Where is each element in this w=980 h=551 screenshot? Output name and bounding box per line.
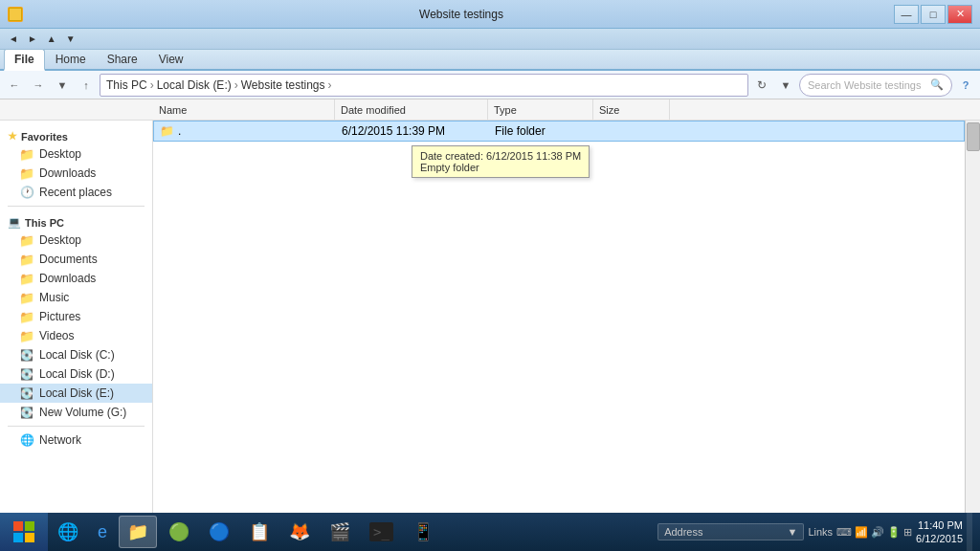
quick-access-toolbar: ◄ ► ▲ ▼ <box>0 29 980 50</box>
sidebar-item-pictures[interactable]: 📁 Pictures <box>0 307 152 326</box>
folder-icon: 📁 <box>19 271 34 286</box>
table-row[interactable]: 📁 . 6/12/2015 11:39 PM File folder <box>153 121 965 142</box>
tray-keyboard-icon[interactable]: ⌨ <box>836 526 852 539</box>
tab-home[interactable]: Home <box>45 49 97 69</box>
qa-forward-button[interactable]: ► <box>25 33 40 45</box>
address-bar[interactable]: This PC › Local Disk (E:) › Website test… <box>100 74 748 97</box>
column-headers: Name Date modified Type Size <box>0 99 980 121</box>
taskbar-links[interactable]: Links <box>808 526 833 538</box>
taskbar-phone[interactable]: 📱 <box>405 516 441 548</box>
sidebar-item-desktop[interactable]: 📁 Desktop <box>0 231 152 250</box>
taskbar-address-bar[interactable]: Address ▼ <box>657 523 804 540</box>
help-button[interactable]: ? <box>955 75 976 96</box>
tooltip: Date created: 6/12/2015 11:38 PM Empty f… <box>412 145 590 178</box>
separator2: › <box>234 78 238 92</box>
breadcrumb-thispc[interactable]: This PC <box>106 78 147 92</box>
show-desktop-button[interactable] <box>967 513 972 551</box>
separator3: › <box>328 78 332 92</box>
folder-icon: 📁 <box>19 309 34 324</box>
breadcrumb-localdisk[interactable]: Local Disk (E:) <box>157 78 232 92</box>
taskbar-firefox[interactable]: 🦊 <box>281 516 318 548</box>
taskbar-edge[interactable]: e <box>90 516 115 548</box>
taskbar-address-input[interactable] <box>706 526 783 538</box>
sidebar-item-recent-places[interactable]: 🕐 Recent places <box>0 183 152 202</box>
content-wrapper: Name Date modified Type Size ★ Favorites… <box>0 99 980 513</box>
minimize-button[interactable]: — <box>894 5 919 24</box>
tab-share[interactable]: Share <box>97 49 148 69</box>
content-area[interactable]: 📁 . 6/12/2015 11:39 PM File folder Date … <box>153 121 965 513</box>
tray-time-display: 11:40 PM <box>916 518 963 532</box>
sidebar-item-documents[interactable]: 📁 Documents <box>0 250 152 269</box>
tab-file[interactable]: File <box>4 49 45 71</box>
address-bar-row: ← → ▼ ↑ This PC › Local Disk (E:) › Webs… <box>0 71 980 99</box>
taskbar-app2[interactable]: 🔵 <box>201 516 237 548</box>
start-button[interactable] <box>0 513 48 551</box>
back-button[interactable]: ← <box>4 75 25 96</box>
taskbar-app1[interactable]: 🟢 <box>161 516 197 548</box>
sidebar-item-favorites-desktop[interactable]: 📁 Desktop <box>0 144 152 164</box>
taskbar-app3[interactable]: 📋 <box>241 516 278 548</box>
taskbar-terminal[interactable]: >_ <box>362 516 401 548</box>
tray-icons: ⌨ 📶 🔊 🔋 ⊞ <box>836 526 912 539</box>
folder-icon: 📁 <box>19 146 34 162</box>
qa-up-button[interactable]: ▲ <box>44 33 59 45</box>
app-icon <box>8 7 23 22</box>
taskbar-media[interactable]: 🎬 <box>322 516 358 548</box>
sidebar-item-drive-g[interactable]: 💽 New Volume (G:) <box>0 403 152 422</box>
qa-menu-button[interactable]: ▼ <box>63 33 78 45</box>
tooltip-line2: Empty folder <box>420 162 581 173</box>
svg-rect-5 <box>13 521 23 531</box>
forward-button[interactable]: → <box>28 75 49 96</box>
tray-windows-icon[interactable]: ⊞ <box>903 526 912 539</box>
tray-clock[interactable]: 11:40 PM 6/12/2015 <box>916 518 963 546</box>
drive-icon: 💽 <box>19 405 34 420</box>
svg-rect-8 <box>25 533 34 542</box>
folder-icon: 📁 <box>19 252 34 267</box>
search-box[interactable]: Search Website testings 🔍 <box>799 74 952 97</box>
this-pc-header: 💻 This PC <box>0 210 152 231</box>
up-button[interactable]: ↑ <box>76 75 97 96</box>
breadcrumb-current[interactable]: Website testings <box>241 78 325 92</box>
col-header-type[interactable]: Type <box>488 99 593 120</box>
col-header-name[interactable]: Name <box>153 99 335 120</box>
dropdown-button[interactable]: ▼ <box>775 75 796 96</box>
svg-rect-4 <box>15 14 21 20</box>
star-icon: ★ <box>8 130 17 143</box>
svg-rect-7 <box>13 533 23 542</box>
tray-date-display: 6/12/2015 <box>916 532 963 545</box>
folder-icon: 📁 <box>19 232 34 248</box>
separator1: › <box>150 78 154 92</box>
sidebar-separator2 <box>8 426 145 427</box>
col-header-date[interactable]: Date modified <box>335 99 488 120</box>
sidebar-item-downloads[interactable]: 📁 Downloads <box>0 269 152 288</box>
close-button[interactable]: ✕ <box>947 5 972 24</box>
sidebar-item-videos[interactable]: 📁 Videos <box>0 326 152 345</box>
sidebar-item-music[interactable]: 📁 Music <box>0 288 152 307</box>
folder-icon: 📁 <box>19 328 34 343</box>
taskbar-address-dropdown[interactable]: ▼ <box>787 526 797 538</box>
col-header-size[interactable]: Size <box>593 99 670 120</box>
file-date-cell: 6/12/2015 11:39 PM <box>342 124 495 138</box>
sidebar-item-network[interactable]: 🌐 Network <box>0 430 152 450</box>
refresh-button[interactable]: ↻ <box>751 75 772 96</box>
tab-view[interactable]: View <box>148 49 194 69</box>
taskbar-ie[interactable]: 🌐 <box>50 516 86 548</box>
recent-locations-button[interactable]: ▼ <box>52 75 73 96</box>
tray-network-icon[interactable]: 📶 <box>855 526 868 539</box>
tray-battery-icon[interactable]: 🔋 <box>887 526 901 539</box>
qa-back-button[interactable]: ◄ <box>6 33 21 45</box>
maximize-button[interactable]: □ <box>921 5 946 24</box>
main-layout: ★ Favorites 📁 Desktop 📁 Downloads 🕐 Rece… <box>0 121 980 513</box>
sidebar-item-drive-e[interactable]: 💽 Local Disk (E:) <box>0 384 152 403</box>
drive-icon: 💽 <box>19 386 34 401</box>
computer-icon: 💻 <box>8 216 21 229</box>
svg-rect-3 <box>10 14 15 20</box>
sidebar-item-favorites-downloads[interactable]: 📁 Downloads <box>0 164 152 183</box>
svg-rect-1 <box>10 9 15 14</box>
taskbar-explorer[interactable]: 📁 <box>119 516 157 548</box>
sidebar-item-drive-d[interactable]: 💽 Local Disk (D:) <box>0 364 152 384</box>
drive-icon: 💽 <box>19 366 34 382</box>
scrollbar[interactable] <box>965 121 980 513</box>
sidebar-item-drive-c[interactable]: 💽 Local Disk (C:) <box>0 345 152 364</box>
tray-volume-icon[interactable]: 🔊 <box>871 526 884 539</box>
